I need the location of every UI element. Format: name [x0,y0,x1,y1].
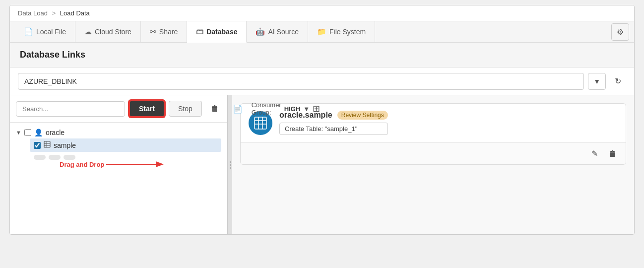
card-create-table-label: Create Table: "sample_1" [279,123,388,135]
tree-area: ▼ 👤 oracle ​ [10,123,227,234]
dblink-input[interactable] [18,73,584,90]
tree-chevron-icon[interactable]: ▼ [16,130,21,135]
document-button[interactable]: 📄 [228,101,248,117]
card-delete-button[interactable]: 🗑 [606,147,620,160]
tree-child-checkbox[interactable] [34,142,41,149]
tab-ai-source-label: AI Source [268,28,298,36]
stop-button[interactable]: Stop [169,101,202,117]
settings-button[interactable]: ⚙ [611,23,629,41]
svg-rect-5 [255,117,266,129]
dblink-refresh-button[interactable]: ↻ [610,72,626,90]
svg-rect-0 [44,141,50,147]
tab-local-file[interactable]: 📄 Local File [15,21,75,42]
file-icon: 📄 [24,27,33,36]
dblink-row: ▼ ↻ [10,67,634,95]
tab-cloud-store[interactable]: ☁ Cloud Store [75,21,141,42]
grid-view-icon[interactable]: ⊞ [313,103,320,114]
tree-child-item[interactable]: ​ sample [30,138,221,152]
tab-database-label: Database [206,28,237,36]
drag-arrow [106,160,166,169]
left-panel: Start Stop 🗑 📄 Consumer Group: HIGH ▼ ⊞ … [10,95,228,234]
dblink-dropdown-button[interactable]: ▼ [588,73,606,90]
card-edit-button[interactable]: ✎ [588,147,601,160]
drag-drop-annotation: Drag and Drop [60,160,166,169]
breadcrumb: Data Load > Load Data [10,5,634,21]
tabs-bar: 📄 Local File ☁ Cloud Store ⚯ Share 🗃 Dat… [10,21,634,43]
tree-parent-label: oracle [46,129,64,136]
blurred-dot-1 [34,155,46,160]
breadcrumb-current: Load Data [60,9,90,17]
drag-drop-label: Drag and Drop [60,161,104,168]
tab-file-system-label: File System [329,28,366,36]
cloud-icon: ☁ [84,27,92,36]
toolbar: Start Stop 🗑 📄 Consumer Group: HIGH ▼ ⊞ [10,95,227,123]
tab-share-label: Share [159,28,178,36]
delete-button[interactable]: 🗑 [206,101,224,117]
main-content: Start Stop 🗑 📄 Consumer Group: HIGH ▼ ⊞ … [10,95,634,234]
breadcrumb-separator: > [52,9,56,17]
section-title: Database Links [20,50,624,60]
table-icon: ​ [44,141,51,149]
consumer-group-label: Consumer Group: [252,101,281,116]
tab-cloud-store-label: Cloud Store [95,28,131,36]
consumer-group-dropdown[interactable]: ▼ [303,105,310,113]
tab-ai-source[interactable]: 🤖 AI Source [247,21,308,42]
share-icon: ⚯ [150,27,156,36]
right-panel: oracle.sample Review Settings Create Tab… [232,95,634,234]
breadcrumb-parent[interactable]: Data Load [18,9,48,17]
review-settings-badge[interactable]: Review Settings [337,111,388,120]
tree-parent-checkbox[interactable] [24,129,31,136]
tree-parent-item[interactable]: ▼ 👤 oracle [16,127,221,138]
start-button[interactable]: Start [129,100,165,117]
toolbar-right: Consumer Group: HIGH ▼ ⊞ [252,101,320,116]
tab-local-file-label: Local File [36,28,66,36]
folder-icon: 📁 [317,27,326,36]
tree-child-label: sample [54,141,76,149]
tab-share[interactable]: ⚯ Share [141,21,187,42]
blurred-dot-3 [64,155,75,160]
search-input[interactable] [16,101,125,117]
consumer-group-value: HIGH [284,105,301,113]
user-icon: 👤 [34,129,43,136]
blurred-items [34,155,221,160]
divider-dots [230,161,231,169]
tab-database[interactable]: 🗃 Database [187,21,247,43]
database-icon: 🗃 [196,27,203,36]
blurred-dot-2 [49,155,61,160]
ai-icon: 🤖 [256,27,265,36]
card-footer: ✎ 🗑 [241,142,626,164]
tab-file-system[interactable]: 📁 File System [308,21,375,42]
section-header: Database Links [10,43,634,67]
tabs-list: 📄 Local File ☁ Cloud Store ⚯ Share 🗃 Dat… [15,21,375,42]
